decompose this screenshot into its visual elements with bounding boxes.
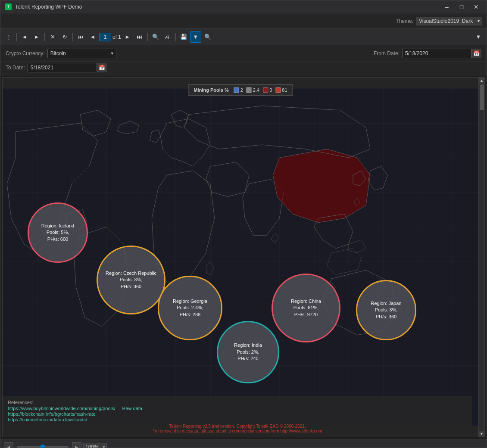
legend-swatch-1 (234, 87, 239, 93)
to-date-input[interactable] (28, 63, 107, 72)
params-bar-2: To Date: 📅 (0, 62, 487, 75)
from-date-calendar-button[interactable]: 📅 (471, 49, 481, 58)
to-date-param-group: To Date: 📅 (6, 63, 107, 72)
maximize-button[interactable]: □ (456, 3, 468, 11)
toolbar-sep-2 (44, 33, 45, 41)
refresh-button[interactable]: ↻ (59, 31, 70, 43)
trial-notice-1: Telerik Reporting v2.5 trial version. Co… (8, 424, 467, 433)
to-date-calendar-button[interactable]: 📅 (97, 63, 107, 72)
filter-button[interactable]: ▼ (190, 31, 201, 43)
vertical-scrollbar[interactable]: ▲ ▼ (478, 78, 484, 437)
legend-value-4: 81 (282, 87, 287, 93)
legend-item-3: 3 (263, 87, 272, 93)
references-label: References: (8, 400, 467, 405)
more-button[interactable]: ▼ (473, 31, 484, 43)
app-icon: T (5, 3, 12, 10)
legend-value-3: 3 (269, 87, 272, 93)
zoom-dropdown: 100% 75% 150% 200% (83, 443, 107, 448)
from-date-input[interactable] (402, 49, 481, 58)
theme-select[interactable]: VisualStudio2019_Dark (416, 17, 482, 25)
scroll-track[interactable] (479, 84, 485, 431)
page-number-input[interactable] (99, 33, 111, 41)
last-page-button[interactable]: ⏭ (134, 31, 145, 43)
legend-swatch-4 (275, 87, 281, 93)
theme-bar: Theme: VisualStudio2019_Dark (0, 13, 487, 29)
legend-item-1: 2 (234, 87, 243, 93)
legend-title: Mining Pools % (194, 87, 228, 93)
ref-link-3[interactable]: https://coinmetrics.io/data-downloads/ (8, 417, 115, 422)
toolbar-sep-3 (72, 33, 73, 41)
menu-dots-button[interactable]: ⋮ (3, 31, 14, 43)
ref-link-2[interactable]: https://blockchain.info/bg/charts/hash-r… (8, 411, 115, 417)
page-total-label: 1 (118, 34, 121, 40)
chart-legend: Mining Pools % 2 2.4 3 81 (188, 84, 293, 96)
scroll-down-button[interactable]: ▼ (479, 431, 485, 437)
zoom-out-button[interactable]: ◄ (4, 442, 13, 448)
report-area: ▲ ▼ (2, 77, 485, 437)
page-input-group: of 1 (99, 33, 121, 41)
from-date-param-group: From Date: 📅 (374, 49, 481, 58)
title-bar: T Telerik Reporting WPF Demo – □ ✕ (0, 0, 487, 13)
ref-links: https://www.buybitcoinworldwide.com/mini… (8, 406, 467, 422)
toolbar: ⋮ ◄ ► ✕ ↻ ⏮ ◄ of 1 ► ⏭ 🔍 🖨 💾 ▼ 🔍 ▼ (0, 29, 487, 45)
search-button[interactable]: 🔍 (202, 31, 213, 43)
print-button[interactable]: 🖨 (162, 31, 173, 43)
forward-button[interactable]: ► (31, 31, 42, 43)
first-page-button[interactable]: ⏮ (75, 31, 86, 43)
search-toggle-button[interactable]: 🔍 (150, 31, 161, 43)
currency-param-group: Crypto Currency: Bitcoin Ethereum Liteco… (6, 49, 116, 58)
close-button[interactable]: ✕ (470, 3, 482, 11)
toolbar-sep-5 (175, 33, 176, 41)
stop-button[interactable]: ✕ (47, 31, 58, 43)
legend-item-4: 81 (275, 87, 287, 93)
zoom-slider-thumb (40, 445, 45, 448)
to-date-label: To Date: (6, 65, 25, 71)
zoom-slider[interactable] (17, 446, 69, 448)
prev-page-button[interactable]: ◄ (87, 31, 98, 43)
legend-swatch-2 (247, 87, 252, 93)
to-date-wrapper: 📅 (28, 63, 107, 72)
world-map-svg (3, 78, 478, 437)
currency-select[interactable]: Bitcoin Ethereum Litecoin (47, 49, 116, 58)
theme-label: Theme: (396, 18, 413, 24)
window-controls: – □ ✕ (441, 3, 482, 11)
legend-item-2: 2.4 (247, 87, 259, 93)
raw-data-link[interactable]: Raw data. (122, 406, 144, 411)
from-date-label: From Date: (374, 50, 400, 56)
page-of-label: of (112, 34, 117, 40)
currency-label: Crypto Currency: (6, 50, 45, 56)
legend-swatch-3 (263, 87, 268, 93)
toolbar-sep-4 (147, 33, 148, 41)
legend-value-2: 2.4 (253, 87, 259, 93)
back-button[interactable]: ◄ (19, 31, 30, 43)
zoom-select[interactable]: 100% 75% 150% 200% (83, 443, 107, 448)
currency-select-wrapper: Bitcoin Ethereum Litecoin (47, 49, 116, 58)
toolbar-sep-1 (16, 33, 17, 41)
scroll-thumb (480, 84, 484, 110)
next-page-button[interactable]: ► (122, 31, 133, 43)
references-area: References: https://www.buybitcoinworldw… (3, 396, 472, 437)
bottom-bar: ◄ ► 100% 75% 150% 200% (0, 439, 487, 448)
main-content: ▲ ▼ (0, 75, 487, 439)
minimize-button[interactable]: – (441, 3, 453, 11)
ref-link-1[interactable]: https://www.buybitcoinworldwide.com/mini… (8, 406, 115, 411)
save-button[interactable]: 💾 (178, 31, 189, 43)
app-title: Telerik Reporting WPF Demo (15, 4, 441, 10)
ref-links-col: https://www.buybitcoinworldwide.com/mini… (8, 406, 115, 422)
scroll-up-button[interactable]: ▲ (479, 78, 485, 84)
params-bar: Crypto Currency: Bitcoin Ethereum Liteco… (0, 45, 487, 62)
legend-value-1: 2 (240, 87, 243, 93)
map-container: Mining Pools % 2 2.4 3 81 (3, 78, 478, 437)
zoom-in-button[interactable]: ► (72, 442, 81, 448)
from-date-wrapper: 📅 (402, 49, 481, 58)
theme-selector-wrapper: VisualStudio2019_Dark (416, 17, 482, 25)
